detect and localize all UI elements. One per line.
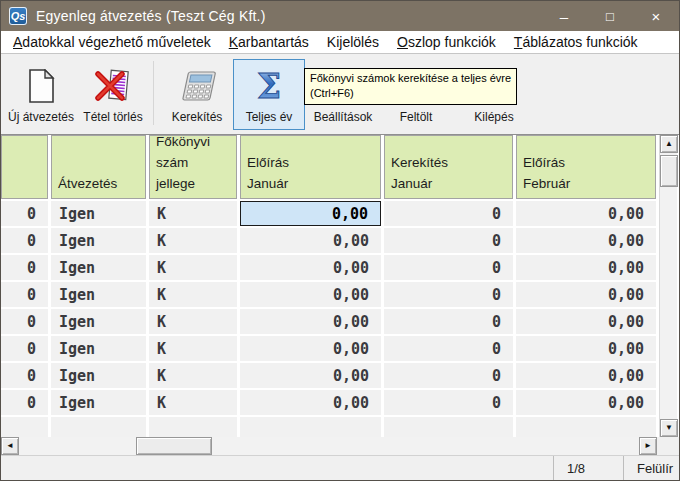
- grid-cell-kerekites_jan[interactable]: 0: [384, 390, 513, 415]
- grid-cell-empty: [149, 417, 237, 437]
- menu-item-kijeloles[interactable]: Kijelölés: [318, 34, 388, 50]
- grid-cell-eloiras_feb[interactable]: 0,00: [516, 336, 656, 361]
- new-document-icon: [26, 60, 56, 108]
- grid-cell-kerekites_jan[interactable]: 0: [384, 255, 513, 280]
- toolbar-button-label: Teljes év: [246, 110, 293, 124]
- record-position: 1/8: [553, 456, 623, 480]
- horizontal-scrollbar[interactable]: ◄ ►: [1, 437, 679, 455]
- rounding-button[interactable]: Kerekítés: [161, 59, 233, 130]
- grid-cell-atvezetes[interactable]: Igen: [51, 228, 146, 253]
- horizontal-scroll-thumb[interactable]: [136, 437, 212, 455]
- grid-cell-eloiras_feb[interactable]: 0,00: [516, 228, 656, 253]
- grid-cell-eloiras_feb[interactable]: 0,00: [516, 309, 656, 334]
- grid-cell-atvezetes[interactable]: Igen: [51, 282, 146, 307]
- grid-cell-eloiras_feb[interactable]: 0,00: [516, 363, 656, 388]
- maximize-button[interactable]: □: [587, 1, 633, 31]
- grid-cell-eloiras_jan[interactable]: 0,00: [240, 201, 381, 226]
- window-controls: – □ ×: [541, 1, 679, 31]
- scroll-up-button[interactable]: ▲: [660, 135, 678, 153]
- grid-cell-rownum[interactable]: 0: [1, 201, 48, 226]
- vertical-scrollbar[interactable]: ▲ ▼: [659, 135, 677, 437]
- grid-cell-eloiras_jan[interactable]: 0,00: [240, 390, 381, 415]
- grid-cell-atvezetes[interactable]: Igen: [51, 363, 146, 388]
- column-header-kerekites_jan[interactable]: KerekítésJanuár: [384, 135, 513, 199]
- grid-cell-eloiras_feb[interactable]: 0,00: [516, 255, 656, 280]
- full-year-button[interactable]: Σ Teljes év: [233, 59, 305, 130]
- toolbar-button-label: Tétel törlés: [83, 110, 142, 124]
- grid-row: 0IgenK0,0000,00: [1, 309, 679, 334]
- minimize-button[interactable]: –: [541, 1, 587, 31]
- column-header-atvezetes[interactable]: Átvezetés: [51, 135, 146, 199]
- grid-cell-rownum[interactable]: 0: [1, 363, 48, 388]
- grid-cell-rownum[interactable]: 0: [1, 282, 48, 307]
- grid-cell-jelleg[interactable]: K: [149, 309, 237, 334]
- grid-cell-empty: [51, 417, 146, 437]
- column-header-rownum[interactable]: [1, 135, 48, 199]
- scroll-right-button[interactable]: ►: [639, 437, 657, 455]
- grid-cell-atvezetes[interactable]: Igen: [51, 201, 146, 226]
- tooltip: Főkönyvi számok kerekítése a teljes évre…: [304, 68, 517, 105]
- menu-item-oszlop-funkciok[interactable]: Oszlop funkciók: [388, 34, 505, 50]
- calculator-icon: [178, 60, 216, 108]
- grid-cell-eloiras_jan[interactable]: 0,00: [240, 255, 381, 280]
- column-header-eloiras_jan[interactable]: ElőírásJanuár: [240, 135, 381, 199]
- grid-row: 0IgenK0,0000,00: [1, 228, 679, 253]
- grid-cell-jelleg[interactable]: K: [149, 228, 237, 253]
- close-button[interactable]: ×: [633, 1, 679, 31]
- grid-cell-rownum[interactable]: 0: [1, 255, 48, 280]
- menu-item-karbantartas[interactable]: Karbantartás: [220, 34, 318, 50]
- grid-cell-kerekites_jan[interactable]: 0: [384, 201, 513, 226]
- grid-cell-kerekites_jan[interactable]: 0: [384, 282, 513, 307]
- grid-row: 0IgenK0,0000,00: [1, 336, 679, 361]
- grid-cell-atvezetes[interactable]: Igen: [51, 336, 146, 361]
- toolbar-button-label: Beállítások: [314, 110, 373, 124]
- grid-cell-eloiras_jan[interactable]: 0,00: [240, 228, 381, 253]
- grid-cell-eloiras_jan[interactable]: 0,00: [240, 282, 381, 307]
- menu-item-tablazatos-funkciok[interactable]: Táblázatos funkciók: [505, 34, 647, 50]
- overwrite-mode-indicator: Felülír: [623, 456, 679, 480]
- window-title: Egyenleg átvezetés (Teszt Cég Kft.): [36, 8, 266, 24]
- column-header-jelleg[interactable]: Főkönyviszámjellege: [149, 135, 237, 199]
- grid-cell-kerekites_jan[interactable]: 0: [384, 363, 513, 388]
- grid-cell-kerekites_jan[interactable]: 0: [384, 309, 513, 334]
- grid-cell-rownum[interactable]: 0: [1, 309, 48, 334]
- grid-cell-eloiras_jan[interactable]: 0,00: [240, 363, 381, 388]
- scroll-left-button[interactable]: ◄: [1, 437, 19, 455]
- grid-cell-atvezetes[interactable]: Igen: [51, 255, 146, 280]
- vertical-scroll-thumb[interactable]: [660, 155, 678, 187]
- grid-cell-jelleg[interactable]: K: [149, 363, 237, 388]
- grid-cell-atvezetes[interactable]: Igen: [51, 309, 146, 334]
- grid-cell-jelleg[interactable]: K: [149, 390, 237, 415]
- grid-cell-kerekites_jan[interactable]: 0: [384, 336, 513, 361]
- grid-cell-jelleg[interactable]: K: [149, 255, 237, 280]
- grid-cell-eloiras_feb[interactable]: 0,00: [516, 201, 656, 226]
- grid-cell-eloiras_feb[interactable]: 0,00: [516, 390, 656, 415]
- toolbar: Új átvezetés Tétel törlés: [1, 54, 679, 135]
- menu-item-adatokkal[interactable]: Adatokkal végezhető műveletek: [4, 34, 220, 50]
- grid-cell-jelleg[interactable]: K: [149, 336, 237, 361]
- delete-item-button[interactable]: Tétel törlés: [77, 59, 149, 130]
- grid-cell-eloiras_feb[interactable]: 0,00: [516, 282, 656, 307]
- scroll-down-button[interactable]: ▼: [660, 419, 678, 437]
- tooltip-line2: (Ctrl+F6): [310, 86, 511, 101]
- grid-cell-atvezetes[interactable]: Igen: [51, 390, 146, 415]
- grid-cell-eloiras_jan[interactable]: 0,00: [240, 309, 381, 334]
- grid-cell-kerekites_jan[interactable]: 0: [384, 228, 513, 253]
- grid-cell-rownum[interactable]: 0: [1, 390, 48, 415]
- grid-cell-eloiras_jan[interactable]: 0,00: [240, 336, 381, 361]
- toolbar-button-label: Új átvezetés: [8, 110, 74, 124]
- sigma-icon: Σ: [252, 60, 286, 108]
- grid-cell-rownum[interactable]: 0: [1, 336, 48, 361]
- grid-cell-rownum[interactable]: 0: [1, 228, 48, 253]
- app-icon: Qs: [9, 7, 27, 25]
- grid-cell-empty: [516, 417, 656, 437]
- new-transfer-button[interactable]: Új átvezetés: [5, 59, 77, 130]
- menu-bar: Adatokkal végezhető műveletek Karbantart…: [1, 31, 679, 54]
- grid-cell-jelleg[interactable]: K: [149, 282, 237, 307]
- grid-cell-jelleg[interactable]: K: [149, 201, 237, 226]
- column-header-eloiras_feb[interactable]: ElőírásFebruár: [516, 135, 656, 199]
- horizontal-scroll-track[interactable]: [19, 437, 639, 455]
- grid-body: 0IgenK0,0000,000IgenK0,0000,000IgenK0,00…: [1, 201, 679, 437]
- toolbar-separator: [153, 61, 154, 125]
- grid-row: 0IgenK0,0000,00: [1, 390, 679, 415]
